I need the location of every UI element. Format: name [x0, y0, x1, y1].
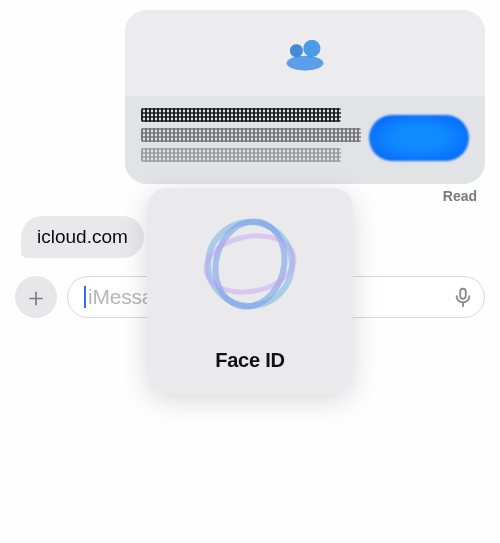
- link-subtitle-redacted: [141, 148, 341, 162]
- face-id-scan-icon: [202, 216, 298, 312]
- message-status: Read: [443, 184, 485, 204]
- link-title-redacted: [141, 108, 341, 122]
- svg-rect-0: [460, 289, 466, 299]
- dictation-button[interactable]: [452, 286, 474, 308]
- link-preview-text: [141, 108, 357, 168]
- outgoing-link-message: Read: [15, 10, 485, 204]
- plus-icon: ＋: [23, 280, 49, 315]
- link-preview-card[interactable]: [125, 10, 485, 184]
- link-subtitle-redacted: [141, 128, 361, 142]
- text-cursor: [84, 286, 86, 308]
- link-open-button[interactable]: [369, 115, 469, 161]
- link-preview-details: [125, 96, 485, 184]
- add-attachment-button[interactable]: ＋: [15, 276, 57, 318]
- people-icon: [262, 30, 348, 76]
- face-id-label: Face ID: [215, 349, 285, 372]
- incoming-message-bubble[interactable]: icloud.com: [21, 216, 144, 258]
- link-preview-image-area: [125, 10, 485, 96]
- face-id-prompt: Face ID: [147, 188, 353, 394]
- microphone-icon: [452, 286, 474, 308]
